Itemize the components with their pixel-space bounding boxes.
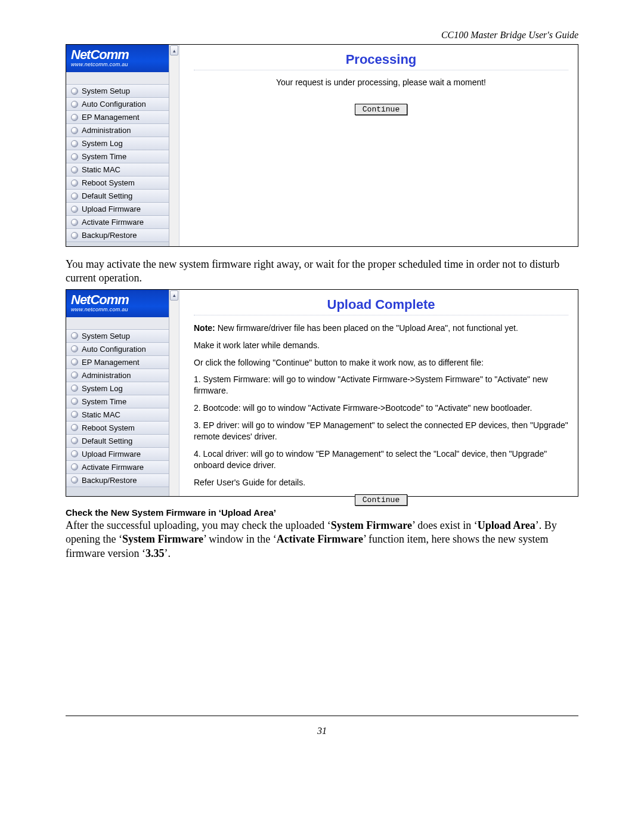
sidebar-item-label: Reboot System: [82, 178, 135, 187]
bullet-icon: [71, 101, 78, 108]
screenshot-processing: NetComm www.netcomm.com.au System Setup …: [66, 44, 578, 247]
sidebar-item-label: Auto Configuration: [82, 345, 146, 354]
upload-text: 2. Bootcode: will go to window "Activate…: [194, 402, 568, 414]
sidebar-item-label: Backup/Restore: [82, 231, 137, 240]
bullet-icon: [71, 476, 78, 484]
logo-url: www.netcomm.com.au: [71, 61, 164, 67]
bullet-icon: [71, 166, 78, 174]
sidebar-item-ep-management[interactable]: EP Management: [66, 111, 169, 124]
sidebar-item-label: Administration: [82, 126, 131, 135]
sidebar: NetComm www.netcomm.com.au System Setup …: [66, 45, 169, 246]
sidebar-item-system-setup[interactable]: System Setup: [66, 85, 169, 98]
bullet-icon: [71, 411, 78, 418]
sidebar-item-administration[interactable]: Administration: [66, 369, 169, 382]
scroll-track[interactable]: [169, 56, 179, 246]
scroll-track[interactable]: [169, 301, 179, 496]
bold-text: Upload Area: [478, 519, 535, 531]
scroll-up-icon[interactable]: ▴: [170, 45, 178, 55]
sidebar-item-auto-configuration[interactable]: Auto Configuration: [66, 343, 169, 356]
sidebar-item-ep-management[interactable]: EP Management: [66, 356, 169, 369]
bullet-icon: [71, 153, 78, 160]
sidebar-item-auto-configuration[interactable]: Auto Configuration: [66, 98, 169, 111]
bullet-icon: [71, 424, 78, 431]
sidebar-item-label: Upload Firmware: [82, 450, 141, 459]
bullet-icon: [71, 114, 78, 121]
bullet-icon: [71, 206, 78, 213]
sidebar-item-label: Reboot System: [82, 423, 135, 432]
processing-message: Your request is under processing, please…: [194, 78, 568, 87]
bold-text: System Firmware: [331, 519, 412, 531]
text: ’ window in the ‘: [203, 533, 277, 545]
sidebar-item-label: Backup/Restore: [82, 476, 137, 485]
doc-paragraph: You may activate the new system firmware…: [66, 258, 578, 286]
content-panel: Upload Complete Note: New firmware/drive…: [179, 290, 578, 496]
bullet-icon: [71, 450, 78, 457]
scroll-up-icon[interactable]: ▴: [170, 290, 178, 301]
bullet-icon: [71, 463, 78, 470]
sidebar-item-label: System Log: [82, 384, 123, 393]
upload-text: 1. System Firmware: will go to window "A…: [194, 374, 568, 397]
bullet-icon: [71, 219, 78, 226]
sidebar-item-upload-firmware[interactable]: Upload Firmware: [66, 448, 169, 461]
continue-button[interactable]: Continue: [355, 494, 407, 506]
sidebar-item-default-setting[interactable]: Default Setting: [66, 435, 169, 448]
sidebar-item-backup-restore[interactable]: Backup/Restore: [66, 474, 169, 487]
sidebar-item-reboot-system[interactable]: Reboot System: [66, 176, 169, 190]
bullet-icon: [71, 385, 78, 392]
sidebar-item-system-log[interactable]: System Log: [66, 382, 169, 395]
bullet-icon: [71, 232, 78, 239]
text: After the successful uploading, you may …: [66, 519, 331, 531]
sidebar-item-static-mac[interactable]: Static MAC: [66, 163, 169, 176]
sidebar-item-backup-restore[interactable]: Backup/Restore: [66, 229, 169, 242]
sidebar-item-system-log[interactable]: System Log: [66, 137, 169, 150]
upload-text: Or click the following "Continue" button…: [194, 357, 568, 368]
divider: [194, 315, 568, 315]
panel-title: Upload Complete: [194, 297, 568, 312]
note-label: Note:: [194, 323, 215, 333]
bullet-icon: [71, 358, 78, 366]
scrollbar[interactable]: ▴: [169, 45, 179, 246]
sidebar-item-label: EP Management: [82, 113, 140, 122]
doc-paragraph: After the successful uploading, you may …: [66, 519, 578, 561]
sidebar-item-activate-firmware[interactable]: Activate Firmware: [66, 216, 169, 229]
section-heading: Check the New System Firmware in ‘Upload…: [66, 507, 578, 518]
content-panel: Processing Your request is under process…: [179, 45, 578, 246]
sidebar-item-label: System Setup: [82, 332, 130, 340]
note-text: New firmware/driver file has been placed…: [215, 323, 518, 333]
footer-rule: [66, 716, 578, 716]
scrollbar[interactable]: ▴: [169, 290, 179, 496]
panel-title: Processing: [194, 52, 568, 67]
sidebar-item-activate-firmware[interactable]: Activate Firmware: [66, 461, 169, 474]
sidebar-item-system-time[interactable]: System Time: [66, 395, 169, 408]
sidebar-item-default-setting[interactable]: Default Setting: [66, 190, 169, 203]
sidebar-item-label: EP Management: [82, 358, 140, 367]
bullet-icon: [71, 193, 78, 200]
sidebar-item-label: System Time: [82, 152, 126, 161]
sidebar-item-reboot-system[interactable]: Reboot System: [66, 422, 169, 435]
logo: NetComm www.netcomm.com.au: [66, 290, 169, 317]
bullet-icon: [71, 437, 78, 444]
sidebar-item-label: Activate Firmware: [82, 218, 144, 227]
logo-url: www.netcomm.com.au: [71, 306, 164, 312]
bullet-icon: [71, 179, 78, 187]
bullet-icon: [71, 345, 78, 352]
sidebar-item-label: Upload Firmware: [82, 205, 141, 213]
sidebar-item-system-setup[interactable]: System Setup: [66, 330, 169, 343]
sidebar-spacer: [66, 72, 169, 85]
text: ’.: [164, 547, 171, 559]
bold-text: 3.35: [145, 547, 165, 559]
sidebar-item-label: Static MAC: [82, 165, 120, 174]
sidebar-item-system-time[interactable]: System Time: [66, 150, 169, 163]
bullet-icon: [71, 127, 78, 134]
upload-text: 3. EP driver: will go to window "EP Mana…: [194, 420, 568, 442]
sidebar-item-label: System Time: [82, 397, 126, 406]
upload-text: Make it work later while demands.: [194, 340, 568, 351]
continue-button[interactable]: Continue: [355, 104, 407, 115]
bullet-icon: [71, 88, 78, 95]
sidebar-item-label: Administration: [82, 371, 131, 380]
sidebar-item-administration[interactable]: Administration: [66, 124, 169, 137]
sidebar-item-label: Activate Firmware: [82, 463, 144, 472]
sidebar-item-static-mac[interactable]: Static MAC: [66, 408, 169, 422]
sidebar-item-upload-firmware[interactable]: Upload Firmware: [66, 203, 169, 216]
page-number: 31: [66, 726, 578, 736]
